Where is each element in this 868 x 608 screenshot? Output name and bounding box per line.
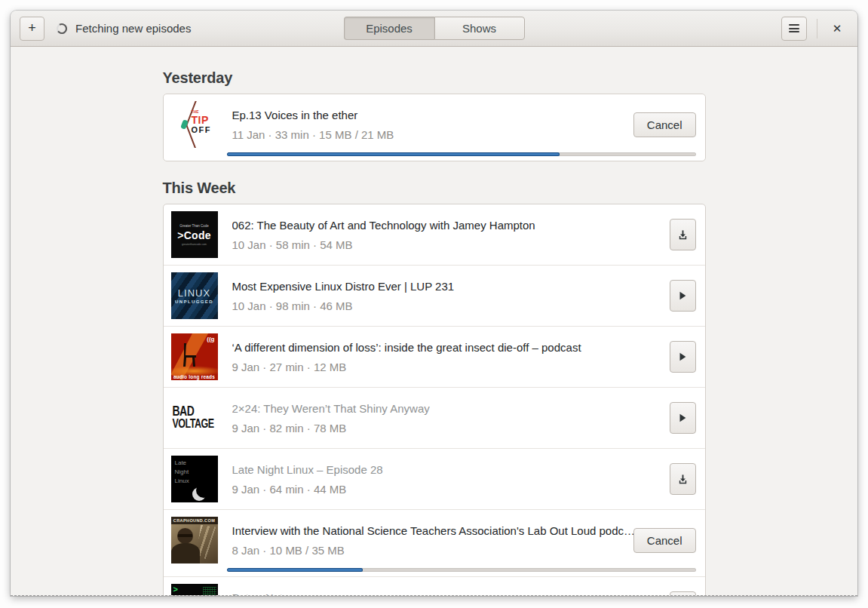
episode-meta: 10 Jan · 98 min · 46 MB [232,299,670,313]
download-icon [677,474,689,485]
crescent-moon-graphic [196,483,211,498]
episodes-scroll-area[interactable]: Yesterday THETIPOFF Ep.13 Voices in the … [11,47,857,595]
cancel-download-button[interactable]: Cancel [633,112,696,137]
section-title: This Week [163,178,706,198]
episode-row: Greater Than Code>Codegreaterthancode.co… [164,204,705,265]
podcast-cover-art: >IRL [171,584,218,595]
tab-shows[interactable]: Shows [434,17,525,40]
podcast-cover-art: ((gaudio long reads [171,333,218,380]
episode-row: ((gaudio long reads ‘A different dimensi… [164,326,705,387]
episodes-feed: Yesterday THETIPOFF Ep.13 Voices in the … [163,47,706,595]
headerbar: + Fetching new episodes Episodes Shows [11,11,857,47]
status-text: Fetching new episodes [75,22,191,35]
section-title: Yesterday [163,68,706,88]
play-icon [677,290,688,301]
play-episode-button[interactable] [670,341,696,373]
close-icon: ✕ [833,22,842,35]
play-episode-button[interactable] [670,402,696,434]
hamburger-menu-icon [789,23,799,35]
play-icon [677,413,688,423]
progress-fill [227,152,560,156]
feed-section: Yesterday THETIPOFF Ep.13 Voices in the … [163,68,706,161]
download-episode-button[interactable] [670,591,696,595]
episode-title: ‘A different dimension of loss’: inside … [232,339,670,355]
download-progressbar [227,568,696,572]
download-icon [677,229,689,241]
episode-meta: 10 Jan · 58 min · 54 MB [232,238,670,252]
chair-graphic [179,343,198,367]
plus-icon: + [28,21,36,35]
podcast-cover-art: THETIPOFF [171,101,218,148]
episode-title: 062: The Beauty of Art and Technology wi… [232,217,670,233]
episode-row: BADVOLTAGE 2×24: They Weren’t That Shiny… [164,387,705,448]
episode-row: LINUXUNPLUGGED Most Expensive Linux Dist… [164,265,705,326]
loading-spinner-icon [56,23,68,35]
episode-row: CRAPHOUND.COM Interview with the Nationa… [164,509,705,576]
episodes-card: Greater Than Code>Codegreaterthancode.co… [163,204,706,595]
view-switcher: Episodes Shows [344,17,525,40]
podcast-cover-art: LINUXUNPLUGGED [171,272,218,319]
download-episode-button[interactable] [670,463,696,495]
episode-meta: 9 Jan · 82 min · 78 MB [232,422,670,435]
play-icon [677,352,688,362]
episode-row: THETIPOFF Ep.13 Voices in the ether 11 J… [164,94,705,161]
feed-section: This Week Greater Than Code>Codegreatert… [163,178,706,595]
podcast-cover-art: CRAPHOUND.COM [171,517,218,563]
episodes-card: THETIPOFF Ep.13 Voices in the ether 11 J… [163,94,706,161]
window-close-button[interactable]: ✕ [826,17,848,40]
episode-title: 2×24: They Weren’t That Shiny Anyway [232,401,670,416]
episode-title: Interview with the National Science Teac… [232,523,633,539]
download-episode-button[interactable] [670,219,696,250]
episode-title: Most Expensive Linux Distro Ever | LUP 2… [232,278,670,294]
episode-row: LateNightLinux Late Night Linux – Episod… [164,448,705,509]
episode-meta: 9 Jan · 27 min · 12 MB [232,361,670,374]
tab-episodes[interactable]: Episodes [344,17,434,40]
episode-title: Ep.13 Voices in the ether [232,107,633,123]
desktop-background: + Fetching new episodes Episodes Shows [0,0,868,608]
episode-meta: 9 Jan · 64 min · 44 MB [232,483,670,496]
app-menu-button[interactable] [781,17,807,41]
episode-title: Late Night Linux – Episode 28 [232,462,670,477]
episode-row: >IRL Bot or Not [164,576,705,595]
podcast-cover-art: Greater Than Code>Codegreaterthancode.co… [171,211,218,258]
podcast-cover-art: BADVOLTAGE [171,395,218,441]
episode-meta: 8 Jan · 10 MB / 35 MB [232,544,633,557]
cancel-download-button[interactable]: Cancel [633,528,696,553]
add-podcast-button[interactable]: + [20,17,44,41]
episode-title: Bot or Not [232,590,670,595]
download-progressbar [227,152,696,156]
progress-fill [227,568,363,572]
podcast-cover-art: LateNightLinux [171,456,218,502]
play-episode-button[interactable] [670,280,696,312]
episode-meta: 11 Jan · 33 min · 15 MB / 21 MB [232,128,633,142]
podcasts-app-window: + Fetching new episodes Episodes Shows [11,11,857,596]
headerbar-separator [817,19,817,38]
